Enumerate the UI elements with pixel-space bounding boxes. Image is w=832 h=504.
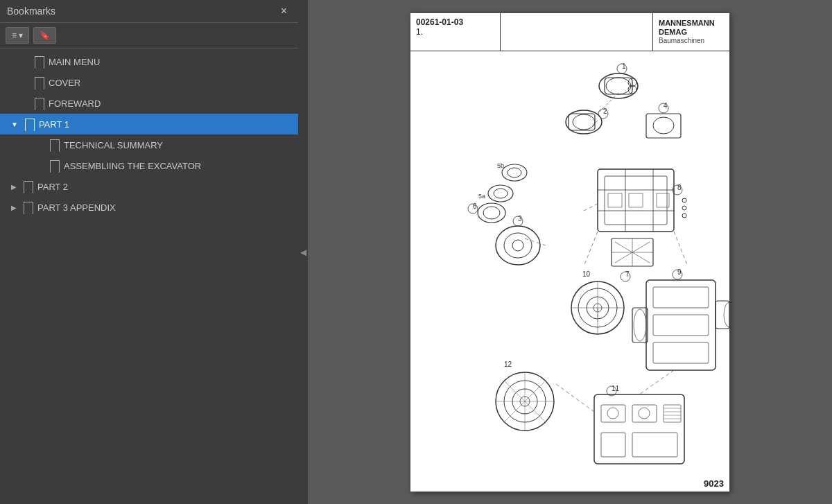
svg-line-55 (674, 232, 688, 266)
bookmark-button[interactable]: 🔖 (33, 27, 56, 44)
svg-line-100 (584, 204, 598, 211)
brand-area: MANNESMANN DEMAG Baumaschinen (653, 13, 729, 51)
svg-rect-63 (646, 280, 716, 370)
bookmark-label-technical-summary: TECHNICAL SUMMARY (64, 140, 163, 150)
svg-point-70 (724, 302, 729, 327)
bookmark-icon-assembling (49, 159, 60, 172)
svg-point-53 (682, 214, 686, 218)
bookmark-list: MAIN MENU COVER FOREWARD ▼ PART 1 (0, 49, 298, 504)
svg-line-13 (591, 121, 598, 128)
svg-text:1: 1 (622, 62, 626, 70)
svg-point-27 (494, 189, 508, 198)
svg-line-99 (525, 238, 546, 245)
svg-point-1 (606, 78, 631, 94)
bookmark-item-main-menu[interactable]: MAIN MENU (0, 51, 298, 72)
svg-text:3: 3 (518, 215, 522, 223)
bookmark-icon-technical-summary (49, 139, 60, 151)
bookmark-icon-cover (33, 76, 44, 89)
svg-text:8: 8 (677, 184, 682, 191)
svg-text:9: 9 (677, 268, 682, 276)
bookmark-label-cover: COVER (49, 78, 80, 88)
bookmark-icon-foreward (33, 97, 44, 110)
bookmark-item-part2[interactable]: ▶ PART 2 (0, 176, 298, 197)
page-reference: 00261-01-03 1. (410, 13, 501, 51)
svg-point-23 (502, 164, 527, 181)
bookmark-icon-part1 (24, 118, 35, 130)
page-number: 9023 (704, 478, 724, 489)
bookmark-label-part1: PART 1 (39, 119, 69, 130)
svg-text:5b: 5b (497, 162, 504, 169)
svg-rect-39 (608, 193, 622, 207)
brand-line2: DEMAG (659, 28, 687, 37)
svg-point-8 (573, 114, 595, 130)
svg-text:12: 12 (504, 360, 512, 368)
svg-rect-40 (629, 193, 643, 207)
bookmark-item-part1[interactable]: ▼ PART 1 (0, 114, 298, 134)
bookmark-item-foreward[interactable]: FOREWARD (0, 93, 298, 114)
svg-point-18 (496, 226, 540, 265)
svg-point-52 (682, 206, 686, 210)
svg-line-54 (584, 232, 598, 266)
svg-point-20 (512, 240, 523, 251)
bookmark-item-cover[interactable]: COVER (0, 72, 298, 93)
svg-line-98 (639, 370, 674, 394)
bookmark-item-technical-summary[interactable]: TECHNICAL SUMMARY (0, 134, 298, 155)
bookmark-item-assembling[interactable]: ASSEMBLIING THE EXCAVATOR (0, 155, 298, 176)
svg-text:5a: 5a (478, 193, 485, 200)
svg-rect-67 (632, 308, 648, 342)
svg-point-19 (504, 233, 532, 258)
svg-point-90 (607, 408, 618, 419)
svg-point-68 (634, 309, 646, 341)
document-viewer: 00261-01-03 1. MANNESMANN DEMAG Baumasch… (308, 0, 832, 504)
close-button[interactable]: × (277, 4, 291, 18)
svg-point-51 (682, 198, 686, 202)
dropdown-arrow-icon: ▾ (19, 31, 23, 40)
expand-arrow-part3-icon: ▶ (11, 204, 17, 211)
bookmark-icon: 🔖 (40, 31, 50, 40)
panel-header: Bookmarks × (0, 0, 298, 23)
svg-rect-33 (598, 169, 674, 232)
svg-line-97 (556, 384, 594, 412)
svg-rect-89 (632, 433, 677, 457)
brand-line3: Baumaschinen (659, 37, 704, 44)
panel-title: Bookmarks (7, 6, 55, 17)
bookmark-icon-part3 (22, 201, 33, 214)
ref-number: 00261-01-03 (416, 17, 494, 27)
svg-rect-92 (664, 405, 681, 422)
svg-point-15 (653, 117, 674, 134)
svg-text:2: 2 (603, 107, 607, 115)
bookmark-icon-main-menu (33, 55, 44, 68)
list-icon: ≡ (12, 31, 17, 40)
bookmark-label-part2: PART 2 (37, 182, 68, 192)
bookmark-label-part3: PART 3 APPENDIX (37, 202, 116, 213)
page-center-area (501, 13, 653, 51)
svg-rect-66 (653, 342, 709, 363)
expand-arrow-part2-icon: ▶ (11, 183, 17, 191)
technical-diagram: 1 2 4 (410, 51, 729, 492)
bookmark-item-part3[interactable]: ▶ PART 3 APPENDIX (0, 197, 298, 218)
svg-point-91 (639, 408, 650, 419)
svg-rect-65 (653, 315, 709, 336)
bookmarks-panel: Bookmarks × ≡ ▾ 🔖 MAIN MENU COVER (0, 0, 298, 504)
options-button[interactable]: ≡ ▾ (6, 27, 29, 44)
bookmark-label-assembling: ASSEMBLIING THE EXCAVATOR (64, 161, 201, 171)
ref-sub: 1. (416, 27, 494, 37)
svg-point-29 (478, 203, 505, 223)
bookmark-label-main-menu: MAIN MENU (49, 57, 100, 67)
svg-rect-64 (653, 287, 709, 308)
splitter-arrow-icon: ◀ (300, 247, 306, 257)
svg-rect-34 (605, 176, 667, 225)
brand-line1: MANNESMANN (659, 19, 715, 28)
panel-splitter[interactable]: ◀ (298, 0, 308, 504)
svg-rect-69 (716, 301, 729, 329)
page-content: 1 2 4 (410, 51, 729, 492)
svg-text:4: 4 (664, 102, 668, 110)
bookmark-label-foreward: FOREWARD (49, 98, 101, 109)
collapse-arrow-icon: ▼ (11, 121, 18, 128)
svg-text:7: 7 (625, 270, 630, 278)
svg-text:6: 6 (473, 202, 477, 210)
bookmark-icon-part2 (22, 180, 33, 193)
svg-point-30 (483, 207, 500, 219)
document-page: 00261-01-03 1. MANNESMANN DEMAG Baumasch… (410, 13, 729, 492)
svg-point-26 (488, 185, 513, 202)
